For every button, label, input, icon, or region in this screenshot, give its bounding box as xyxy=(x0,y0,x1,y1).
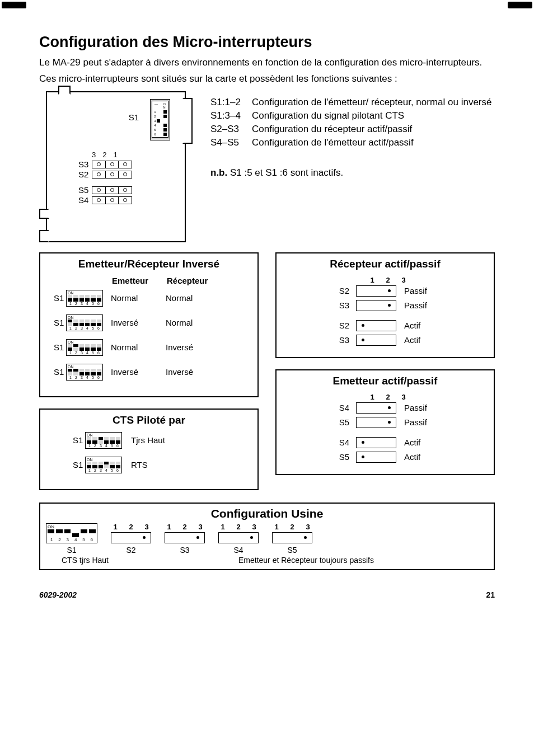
jumper-icon xyxy=(356,285,396,297)
jumper-icon xyxy=(356,335,396,346)
box-er-title: Emetteur/Récepteur Inversé xyxy=(46,258,252,270)
ap-row: S4 Passif xyxy=(282,402,488,414)
er-row: S1 ON 123456 NormalInversé xyxy=(46,339,252,356)
ap-row: S4 Actif xyxy=(282,437,488,448)
box-recepteur: Récepteur actif/passif 1 2 3 S2 PassifS3… xyxy=(275,252,495,358)
dip-switch-icon: ON 123456 xyxy=(66,314,103,331)
dip-switch-icon: ON 123456 xyxy=(66,339,103,356)
factory-jumper: 123 S4 xyxy=(218,523,259,555)
note: n.b. S1 :5 et S1 :6 sont inactifs. xyxy=(210,167,495,179)
jumper-icon xyxy=(356,402,396,414)
box-recepteur-title: Récepteur actif/passif xyxy=(282,258,488,270)
pcb-s5-label: S5 xyxy=(78,185,88,195)
pcb-diagram: S1 —ON 1 2 3 4 5 6 3 2 1 xyxy=(46,91,186,242)
pcb-pin3: 3 xyxy=(92,151,96,159)
pcb-pin2: 2 xyxy=(102,151,106,159)
pcb-dip-s1: —ON 1 2 3 4 5 6 xyxy=(150,99,170,140)
ap-row: S2 Passif xyxy=(282,285,488,297)
ap-row: S3 Actif xyxy=(282,335,488,346)
pcb-s2-label: S2 xyxy=(78,170,88,179)
map-row: S1:3–4 Configuration du signal pilotant … xyxy=(210,110,495,121)
page-title: Configuration des Micro-interrupteurs xyxy=(39,34,495,51)
cts-row: S1 ON 123456 Tjrs Haut xyxy=(46,432,252,449)
factory-footnote: Emetteur et Récepteur toujours passifs xyxy=(124,556,488,565)
jumper-icon xyxy=(218,532,259,543)
box-emetteur-recepteur: Emetteur/Récepteur Inversé Emetteur Réce… xyxy=(39,252,259,397)
ap-row: S5 Passif xyxy=(282,417,488,428)
dip-switch-icon: ON 123456 xyxy=(46,523,97,543)
pcb-s4-label: S4 xyxy=(78,195,88,205)
box-cts: CTS Piloté par S1 ON 123456 Tjrs HautS1 … xyxy=(39,408,259,490)
ap-row: S5 Actif xyxy=(282,452,488,463)
jumper-icon xyxy=(356,452,396,463)
box-cts-title: CTS Piloté par xyxy=(46,414,252,426)
map-row: S1:1–2 Configuration de l'émetteur/ réce… xyxy=(210,97,495,108)
box-emetteur: Emetteur actif/passif 1 2 3 S4 PassifS5 … xyxy=(275,369,495,475)
er-row: S1 ON 123456 NormalNormal xyxy=(46,290,252,307)
pcb-jumper-s3 xyxy=(92,161,132,168)
factory-s1-caption: CTS tjrs Haut xyxy=(46,556,124,565)
doc-ref: 6029-2002 xyxy=(39,590,77,599)
cts-row: S1 ON 123456 RTS xyxy=(46,457,252,473)
jumper-icon xyxy=(111,532,151,543)
factory-jumper: 123 S3 xyxy=(165,523,205,555)
dip-switch-icon: ON 123456 xyxy=(85,432,122,449)
pcb-s3-label: S3 xyxy=(78,159,88,169)
pcb-jumper-s5 xyxy=(92,186,132,194)
map-row: S4–S5 Configuration de l'émetteur actif/… xyxy=(210,137,495,148)
jumper-icon xyxy=(356,417,396,428)
pcb-jumper-s2 xyxy=(92,171,132,179)
map-row: S2–S3 Configuration du récepteur actif/p… xyxy=(210,124,495,135)
jumper-icon xyxy=(356,320,396,331)
ap-row: S3 Passif xyxy=(282,300,488,311)
pcb-jumper-s4 xyxy=(92,196,132,204)
intro-line-2: Ces micro-interrupteurs sont situés sur … xyxy=(39,73,495,86)
pcb-s1-label: S1 xyxy=(127,112,141,122)
factory-s1: ON 123456 S1 xyxy=(46,523,97,555)
dip-switch-icon: ON 123456 xyxy=(85,457,122,473)
jumper-icon xyxy=(165,532,205,543)
er-row: S1 ON 123456 InverséNormal xyxy=(46,314,252,331)
intro-line-1: Le MA-29 peut s'adapter à divers environ… xyxy=(39,57,495,69)
dip-switch-icon: ON 123456 xyxy=(66,364,103,381)
factory-jumper: 123 S2 xyxy=(111,523,151,555)
box-factory: Configuration Usine ON 123456 S1123 S212… xyxy=(39,503,495,570)
dip-switch-icon: ON 123456 xyxy=(66,290,103,307)
er-header-emetteur: Emetteur xyxy=(112,276,160,285)
jumper-icon xyxy=(272,532,312,543)
pcb-pin1: 1 xyxy=(113,151,117,159)
er-row: S1 ON 123456 InverséInversé xyxy=(46,364,252,381)
box-emetteur-title: Emetteur actif/passif xyxy=(282,375,488,387)
jumper-icon xyxy=(356,300,396,311)
page-number: 21 xyxy=(486,590,495,599)
factory-title: Configuration Usine xyxy=(46,507,488,520)
jumper-icon xyxy=(356,437,396,448)
ap-row: S2 Actif xyxy=(282,320,488,331)
factory-jumper: 123 S5 xyxy=(272,523,312,555)
er-header-recepteur: Récepteur xyxy=(167,276,215,285)
